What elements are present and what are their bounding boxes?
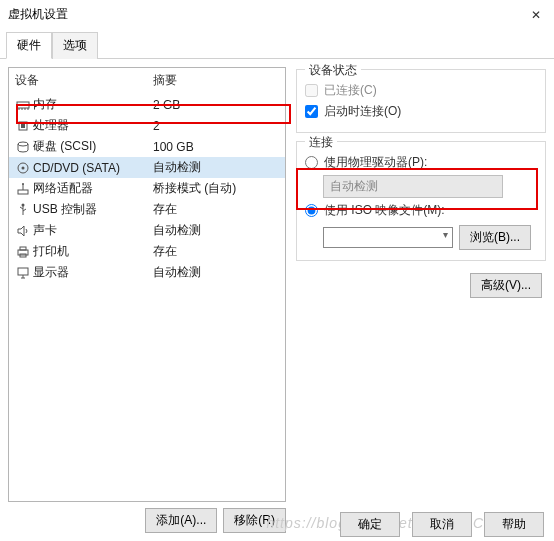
list-header: 设备 摘要 [9,68,285,94]
window-title: 虚拟机设置 [8,6,68,23]
connected-checkbox [305,84,318,97]
group-title-status: 设备状态 [305,62,361,79]
disc-icon [15,161,31,175]
advanced-button[interactable]: 高级(V)... [470,273,542,298]
cpu-icon [15,119,31,133]
use-physical-radio[interactable] [305,156,318,169]
usb-icon [15,203,31,217]
svg-rect-0 [17,102,29,108]
device-summary: 自动检测 [153,264,279,281]
device-summary: 100 GB [153,140,279,154]
device-summary: 桥接模式 (自动) [153,180,279,197]
svg-rect-6 [21,124,25,128]
header-device: 设备 [15,72,153,89]
connect-on-checkbox[interactable] [305,105,318,118]
tabs: 硬件 选项 [0,31,554,59]
tab-hardware[interactable]: 硬件 [6,32,52,59]
svg-rect-10 [18,190,28,194]
table-row[interactable]: 处理器2 [9,115,285,136]
iso-path-combo[interactable] [323,227,453,248]
svg-point-12 [22,183,24,185]
disk-icon [15,140,31,154]
display-icon [15,266,31,280]
device-name: 打印机 [33,243,153,260]
device-name: 显示器 [33,264,153,281]
device-summary: 2 GB [153,98,279,112]
ok-button[interactable]: 确定 [340,512,400,537]
sound-icon [15,224,31,238]
iso-path-row: 浏览(B)... [323,225,537,250]
table-row[interactable]: 声卡自动检测 [9,220,285,241]
use-physical-label: 使用物理驱动器(P): [324,154,427,171]
table-row[interactable]: 内存2 GB [9,94,285,115]
device-status-group: 设备状态 已连接(C) 启动时连接(O) [296,69,546,133]
advanced-row: 高级(V)... [296,273,546,298]
add-button[interactable]: 添加(A)... [145,508,217,533]
table-row[interactable]: 网络适配器桥接模式 (自动) [9,178,285,199]
svg-point-9 [22,166,25,169]
cancel-button[interactable]: 取消 [412,512,472,537]
device-summary: 存在 [153,201,279,218]
network-icon [15,182,31,196]
table-row[interactable]: CD/DVD (SATA)自动检测 [9,157,285,178]
close-icon[interactable]: ✕ [526,8,546,22]
group-title-connection: 连接 [305,134,337,151]
physical-drive-combo: 自动检测 [323,175,503,198]
right-column: 设备状态 已连接(C) 启动时连接(O) 连接 使用物理驱动器(P): 自动检测… [296,67,546,535]
device-list: 设备 摘要 内存2 GB处理器2硬盘 (SCSI)100 GBCD/DVD (S… [8,67,286,502]
table-row[interactable]: 打印机存在 [9,241,285,262]
header-summary: 摘要 [153,72,279,89]
device-name: 处理器 [33,117,153,134]
connect-on-row[interactable]: 启动时连接(O) [305,103,537,120]
svg-point-7 [18,142,28,146]
table-row[interactable]: USB 控制器存在 [9,199,285,220]
use-iso-row[interactable]: 使用 ISO 映像文件(M): [305,202,537,219]
device-name: 声卡 [33,222,153,239]
device-name: 硬盘 (SCSI) [33,138,153,155]
printer-icon [15,245,31,259]
device-summary: 自动检测 [153,159,279,176]
svg-rect-18 [18,268,28,275]
left-column: 设备 摘要 内存2 GB处理器2硬盘 (SCSI)100 GBCD/DVD (S… [8,67,286,535]
titlebar: 虚拟机设置 ✕ [0,0,554,29]
use-iso-label: 使用 ISO 映像文件(M): [324,202,445,219]
device-summary: 自动检测 [153,222,279,239]
help-button[interactable]: 帮助 [484,512,544,537]
table-row[interactable]: 显示器自动检测 [9,262,285,283]
svg-point-14 [22,203,25,206]
device-name: 网络适配器 [33,180,153,197]
use-physical-row[interactable]: 使用物理驱动器(P): [305,154,537,171]
device-summary: 存在 [153,243,279,260]
device-summary: 2 [153,119,279,133]
tab-options[interactable]: 选项 [52,32,98,59]
content: 设备 摘要 内存2 GB处理器2硬盘 (SCSI)100 GBCD/DVD (S… [0,59,554,535]
table-row[interactable]: 硬盘 (SCSI)100 GB [9,136,285,157]
browse-button[interactable]: 浏览(B)... [459,225,531,250]
footer: 确定 取消 帮助 [340,512,544,537]
connected-label: 已连接(C) [324,82,377,99]
connect-on-label: 启动时连接(O) [324,103,401,120]
device-name: 内存 [33,96,153,113]
device-name: USB 控制器 [33,201,153,218]
left-buttons: 添加(A)... 移除(R) [8,502,286,535]
svg-rect-16 [20,247,26,250]
connection-group: 连接 使用物理驱动器(P): 自动检测 使用 ISO 映像文件(M): 浏览(B… [296,141,546,261]
list-rows: 内存2 GB处理器2硬盘 (SCSI)100 GBCD/DVD (SATA)自动… [9,94,285,283]
device-name: CD/DVD (SATA) [33,161,153,175]
connected-checkbox-row: 已连接(C) [305,82,537,99]
memory-icon [15,99,31,111]
use-iso-radio[interactable] [305,204,318,217]
